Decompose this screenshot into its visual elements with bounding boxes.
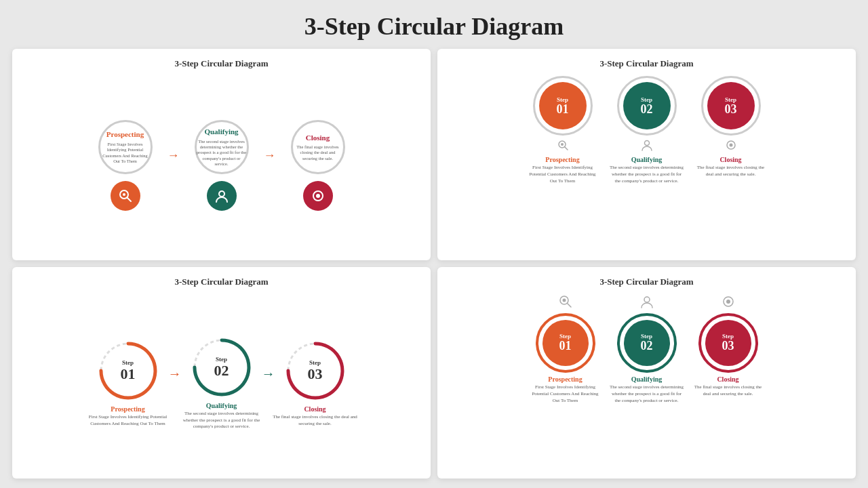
slide1-circle-3: Closing The final stage involves closing… bbox=[291, 120, 345, 174]
slide4-label-3: Closing bbox=[717, 375, 738, 383]
slide4-outer-2: Step 02 bbox=[617, 313, 677, 373]
slide4-outer-3: Step 03 bbox=[698, 313, 758, 373]
slide3-desc-2: The second stage involves determining wh… bbox=[178, 411, 266, 430]
slide2-label-3: Closing bbox=[719, 156, 741, 163]
svg-point-8 bbox=[561, 143, 564, 146]
slide4-inner-2: Step 02 bbox=[624, 320, 670, 366]
slide1-label-3: Closing bbox=[306, 133, 330, 142]
slide-3: 3-Step Circular Diagram Step 01 Pro bbox=[12, 267, 431, 479]
slide3-step-3: Step 03 Closing The final stage involves… bbox=[271, 340, 359, 428]
slide2-title: 3-Step Circular Diagram bbox=[599, 58, 693, 69]
slide3-arc-2: Step 02 bbox=[191, 337, 252, 398]
slide4-icon-top-3 bbox=[721, 294, 736, 312]
slide1-label-1: Prospecting bbox=[106, 129, 144, 139]
svg-line-7 bbox=[564, 147, 568, 150]
slide2-step-2: Step 02 Qualifying The second stage invo… bbox=[610, 76, 684, 184]
slide3-arrow-2: → bbox=[262, 366, 275, 382]
slide1-circle-2: Qualifying The second stage involves det… bbox=[195, 120, 249, 174]
slide1-title: 3-Step Circular Diagram bbox=[174, 58, 268, 69]
slide1-arrow-2: → bbox=[264, 148, 276, 163]
page-title: 3-Step Circular Diagram bbox=[0, 0, 868, 49]
slide3-arrow-1: → bbox=[168, 366, 182, 382]
slide2-outer-3: Step 03 bbox=[701, 76, 761, 136]
slide1-icon-1 bbox=[111, 181, 140, 211]
slide3-step-1: Step 01 Prospecting First Stage Involves… bbox=[84, 340, 172, 428]
slide1-step-2: Qualifying The second stage involves det… bbox=[181, 120, 262, 211]
slide-2: 3-Step Circular Diagram Step 01 Prospect… bbox=[437, 49, 856, 260]
svg-line-16 bbox=[567, 304, 571, 308]
slide3-label-2: Qualifying bbox=[206, 402, 237, 409]
slide4-step-1: Step 01 Prospecting First Stage Involves… bbox=[528, 294, 603, 404]
slide1-label-2: Qualifying bbox=[204, 127, 238, 136]
slide2-inner-3: Step 03 bbox=[707, 82, 755, 129]
slide1-desc-3: The final stage involves closing the dea… bbox=[293, 144, 343, 161]
svg-line-1 bbox=[127, 198, 131, 202]
slide3-arc-3: Step 03 bbox=[285, 340, 346, 401]
slide3-content: Step 01 Prospecting First Stage Involves… bbox=[84, 296, 359, 472]
slide1-arrow-1: → bbox=[167, 148, 180, 163]
slide1-desc-2: The second stage involves determining wh… bbox=[197, 139, 247, 167]
svg-point-5 bbox=[316, 194, 320, 198]
slide3-label-3: Closing bbox=[304, 405, 326, 413]
slide2-icon-2 bbox=[640, 138, 654, 155]
slide2-desc-3: The final stage involves closing the dea… bbox=[694, 165, 768, 178]
slide3-title: 3-Step Circular Diagram bbox=[174, 277, 268, 287]
slide2-content: Step 01 Prospecting First Stage Involves… bbox=[526, 76, 768, 253]
slide2-inner-1: Step 01 bbox=[539, 82, 587, 129]
slide1-content: Prospecting First Stage Involves Identif… bbox=[85, 77, 359, 253]
slide4-icon-top-1 bbox=[558, 294, 573, 312]
slide3-label-1: Prospecting bbox=[111, 405, 144, 413]
slide2-label-1: Prospecting bbox=[545, 156, 579, 163]
slides-grid: 3-Step Circular Diagram Prospecting Firs… bbox=[0, 49, 868, 488]
slide2-label-2: Qualifying bbox=[631, 156, 663, 163]
slide1-step-3: Closing The final stage involves closing… bbox=[277, 120, 359, 211]
slide2-step-3: Step 03 Closing The final stage involves… bbox=[694, 76, 768, 178]
slide1-step-1: Prospecting First Stage Involves Identif… bbox=[85, 120, 166, 211]
slide2-desc-1: First Stage Involves Identifying Potenti… bbox=[526, 165, 600, 184]
slide3-desc-3: The final stage involves closing the dea… bbox=[271, 414, 359, 428]
slide4-desc-1: First Stage Involves Identifying Potenti… bbox=[528, 384, 603, 404]
svg-point-9 bbox=[644, 141, 649, 146]
slide3-inner-3: Step 03 bbox=[308, 359, 323, 382]
slide1-desc-1: First Stage Involves Identifying Potenti… bbox=[100, 142, 151, 165]
slide1-icon-2 bbox=[207, 181, 237, 211]
slide3-step-2: Step 02 Qualifying The second stage invo… bbox=[178, 337, 266, 430]
slide3-arc-1: Step 01 bbox=[98, 340, 159, 401]
svg-point-17 bbox=[562, 299, 566, 302]
slide-1: 3-Step Circular Diagram Prospecting Firs… bbox=[12, 49, 431, 260]
slide4-content: Step 01 Prospecting First Stage Involves… bbox=[528, 294, 766, 472]
slide4-desc-2: The second stage involves determining wh… bbox=[610, 384, 684, 404]
slide2-desc-2: The second stage involves determining wh… bbox=[610, 165, 684, 184]
svg-point-18 bbox=[644, 297, 650, 302]
slide1-circle-1: Prospecting First Stage Involves Identif… bbox=[98, 120, 153, 174]
slide2-outer-1: Step 01 bbox=[533, 76, 593, 136]
slide4-label-1: Prospecting bbox=[548, 375, 582, 383]
svg-point-3 bbox=[219, 191, 224, 197]
slide4-inner-3: Step 03 bbox=[705, 320, 751, 366]
slide2-icon-3 bbox=[724, 138, 738, 155]
slide4-outer-1: Step 01 bbox=[536, 313, 595, 373]
slide2-outer-2: Step 02 bbox=[617, 76, 677, 136]
slide3-desc-1: First Stage Involves Identifying Potenti… bbox=[84, 414, 172, 428]
slide3-inner-1: Step 01 bbox=[121, 359, 136, 382]
slide4-title: 3-Step Circular Diagram bbox=[599, 277, 693, 287]
svg-point-11 bbox=[729, 144, 732, 147]
slide4-step-3: Step 03 Closing The final stage involves… bbox=[691, 294, 766, 398]
slide4-desc-3: The final stage involves closing the dea… bbox=[691, 384, 766, 398]
slide4-label-2: Qualifying bbox=[631, 375, 663, 383]
slide1-icon-3 bbox=[303, 181, 333, 211]
slide3-inner-2: Step 02 bbox=[214, 356, 229, 379]
slide2-icon-1 bbox=[556, 138, 570, 155]
slide-4: 3-Step Circular Diagram Step 01 Prospect… bbox=[437, 267, 856, 479]
slide4-step-2: Step 02 Qualifying The second stage invo… bbox=[610, 294, 684, 404]
slide4-icon-top-2 bbox=[639, 294, 654, 312]
svg-point-20 bbox=[726, 300, 730, 304]
slide2-step-1: Step 01 Prospecting First Stage Involves… bbox=[526, 76, 600, 184]
slide2-inner-2: Step 02 bbox=[623, 82, 671, 129]
slide4-inner-1: Step 01 bbox=[542, 320, 589, 366]
svg-point-2 bbox=[123, 193, 125, 196]
